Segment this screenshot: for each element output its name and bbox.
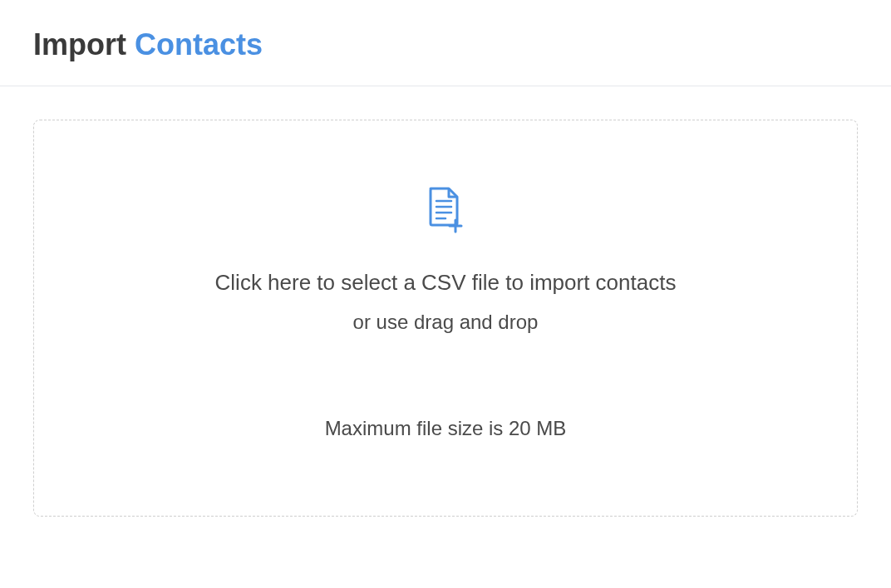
content-area: Click here to select a CSV file to impor… [0,86,891,550]
page-title-part2: Contacts [135,27,263,61]
page-title: Import Contacts [33,27,858,62]
page-header: Import Contacts [0,0,891,86]
dropzone-instruction-secondary: or use drag and drop [353,311,539,334]
file-add-icon [427,187,464,233]
dropzone-icon-wrap [427,187,464,233]
dropzone-instruction-limit: Maximum file size is 20 MB [325,417,567,440]
file-dropzone[interactable]: Click here to select a CSV file to impor… [33,120,858,517]
page-title-part1: Import [33,27,135,61]
dropzone-instruction-primary: Click here to select a CSV file to impor… [215,270,677,296]
